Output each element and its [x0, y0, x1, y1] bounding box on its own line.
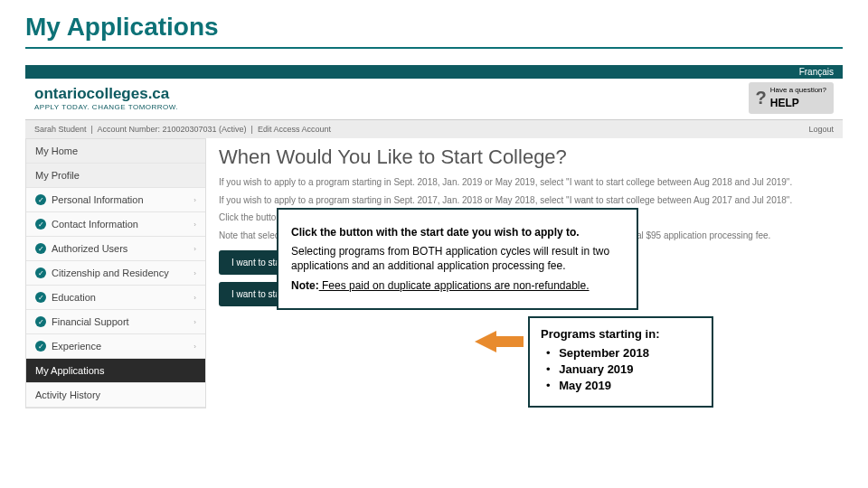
chevron-right-icon: ›: [193, 343, 196, 351]
top-utility-bar: Français: [25, 65, 843, 79]
question-icon: ?: [756, 88, 767, 108]
account-number-label: Account Number: [97, 125, 157, 134]
chevron-right-icon: ›: [193, 269, 196, 277]
instruction-p1: If you wish to apply to a program starti…: [219, 176, 830, 189]
sidebar-my-home[interactable]: My Home: [26, 139, 205, 164]
brand-bar: ontariocolleges.ca APPLY TODAY. CHANGE T…: [25, 79, 843, 120]
chevron-right-icon: ›: [193, 318, 196, 326]
account-status: (Active): [219, 125, 247, 134]
sidebar-my-applications[interactable]: My Applications: [26, 359, 205, 383]
chevron-right-icon: ›: [193, 294, 196, 302]
check-icon: ✓: [35, 316, 46, 327]
arrow-icon: [475, 331, 496, 352]
check-icon: ✓: [35, 341, 46, 352]
sidebar-my-profile[interactable]: My Profile: [26, 164, 205, 188]
callout-line1: Click the button with the start date you…: [291, 225, 624, 239]
check-icon: ✓: [35, 292, 46, 303]
account-name: Sarah Student: [34, 125, 87, 134]
sidebar-personal-info[interactable]: ✓Personal Information›: [26, 188, 205, 212]
program-item: September 2018: [546, 346, 701, 360]
programs-header: Programs starting in:: [541, 327, 701, 341]
program-item: May 2019: [546, 379, 701, 392]
help-box[interactable]: ? Have a question? HELP: [749, 82, 834, 114]
instruction-callout: Click the button with the start date you…: [277, 208, 638, 310]
brand-name: ontariocolleges.ca: [34, 85, 178, 103]
instruction-p2: If you wish to apply to a program starti…: [219, 194, 830, 207]
sidebar-financial-support[interactable]: ✓Financial Support›: [26, 310, 205, 334]
help-label: Have a question?: [770, 86, 826, 94]
chevron-right-icon: ›: [193, 245, 196, 253]
programs-callout: Programs starting in: September 2018 Jan…: [528, 316, 713, 408]
chevron-right-icon: ›: [193, 196, 196, 204]
check-icon: ✓: [35, 194, 46, 205]
slide-rule: [25, 47, 843, 49]
slide-title: My Applications: [0, 0, 868, 42]
edit-account-link[interactable]: Edit Access Account: [258, 125, 331, 134]
check-icon: ✓: [35, 243, 46, 254]
brand-tagline: APPLY TODAY. CHANGE TOMORROW.: [34, 103, 178, 111]
sidebar-authorized-users[interactable]: ✓Authorized Users›: [26, 237, 205, 261]
sidebar-citizenship[interactable]: ✓Citizenship and Residency›: [26, 261, 205, 286]
help-cta: HELP: [770, 97, 799, 109]
callout-line3: Note: Fees paid on duplicate application…: [291, 278, 624, 293]
sidebar-activity-history[interactable]: Activity History: [26, 383, 205, 408]
callout-line2: Selecting programs from BOTH application…: [291, 244, 624, 273]
page-heading: When Would You Like to Start College?: [219, 145, 830, 169]
help-text: Have a question? HELP: [770, 86, 826, 110]
account-number: 210020307031: [162, 125, 216, 134]
program-item: January 2019: [546, 362, 701, 376]
sidebar-contact-info[interactable]: ✓Contact Information›: [26, 212, 205, 237]
sidebar-experience[interactable]: ✓Experience›: [26, 334, 205, 359]
logout-link[interactable]: Logout: [808, 125, 834, 134]
check-icon: ✓: [35, 267, 46, 278]
account-bar: Sarah Student | Account Number: 21002030…: [25, 120, 843, 138]
brand-block: ontariocolleges.ca APPLY TODAY. CHANGE T…: [34, 85, 178, 111]
language-link[interactable]: Français: [799, 67, 834, 77]
chevron-right-icon: ›: [193, 221, 196, 229]
sidebar-education[interactable]: ✓Education›: [26, 286, 205, 310]
check-icon: ✓: [35, 219, 46, 230]
sidebar: My Home My Profile ✓Personal Information…: [25, 138, 206, 408]
